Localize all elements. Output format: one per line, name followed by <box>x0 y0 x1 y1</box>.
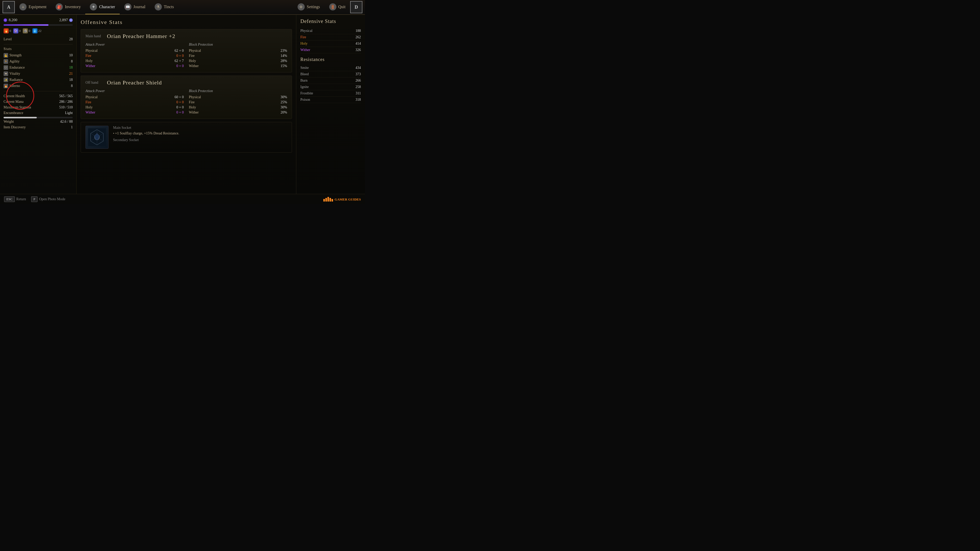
off-hand-attack-label: Attack Power <box>86 89 184 93</box>
main-hand-attack-col: Attack Power Physical 62 + 0 Fire 0 + 0 … <box>86 43 184 68</box>
radiance-label: Radiance <box>10 78 23 82</box>
vitality-icon: ❤ <box>3 71 8 76</box>
off-attack-fire: Fire 0 + 0 <box>86 100 184 105</box>
nav-inventory[interactable]: 🎒 Inventory <box>51 0 85 14</box>
settings-icon: ⚙ <box>298 3 305 11</box>
off-hand-attack-col: Attack Power Physical 60 + 0 Fire 0 + 0 … <box>86 89 184 115</box>
main-attack-fire: Fire 0 + 0 <box>86 53 184 59</box>
consumable-fire-count: 0 <box>10 29 11 33</box>
off-hand-card: Off hand Orian Preacher Shield Attack Po… <box>81 76 292 119</box>
agility-label: Agility <box>10 59 20 64</box>
main-attack-wither: Wither 0 + 0 <box>86 64 184 68</box>
left-corner-key: A <box>3 1 15 13</box>
frostbite-label: Frostbite <box>301 91 313 95</box>
fire-consumable-icon: 🔥 <box>3 28 9 33</box>
consumable-orb: 🔮 0 <box>13 28 21 33</box>
gg-bar-1 <box>323 199 325 202</box>
nav-inventory-label: Inventory <box>65 5 81 9</box>
main-block-wither: Wither 15% <box>189 64 287 68</box>
defensive-holy-value: 414 <box>355 41 361 46</box>
radiance-value: 18 <box>69 78 73 82</box>
bottom-right: GAMER GUIDES <box>323 197 361 202</box>
agility-icon: 🏃 <box>3 59 8 64</box>
gg-bar-2 <box>325 198 327 202</box>
inventory-icon: 🎒 <box>56 3 63 11</box>
off-block-fire: Fire 25% <box>189 100 287 105</box>
nav-character-label: Character <box>99 5 115 9</box>
nav-quit[interactable]: 🚪 Quit <box>325 0 350 14</box>
weapon-thumbnail <box>86 126 108 149</box>
defensive-physical-label: Physical <box>301 29 312 33</box>
blue-consumable-icon: 💧 <box>32 28 38 33</box>
nav-equipment[interactable]: ⚔ Equipment <box>15 0 51 14</box>
encumbrance-row: Encumbrance Light <box>3 110 73 116</box>
gg-bar-3 <box>328 197 329 202</box>
photo-mode-label: Open Photo Mode <box>39 197 65 201</box>
endurance-value: 18 <box>69 65 73 70</box>
weight-circle-indicator <box>6 82 34 110</box>
right-panel: Defensive Stats Physical 188 Fire 262 Ho… <box>296 15 365 194</box>
bottom-bar: ESC Return P Open Photo Mode GAMER GUIDE… <box>0 194 365 204</box>
resistance-bleed-row: Bleed 373 <box>301 71 361 78</box>
nav-character[interactable]: ⚜ Character <box>85 0 119 14</box>
endurance-label: Endurance <box>10 65 25 70</box>
encumbrance-bar-fill <box>3 117 37 118</box>
consumable-blue: 💧 22 <box>32 28 41 33</box>
off-block-wither: Wither 20% <box>189 110 287 115</box>
nav-tincts[interactable]: ⚗ Tincts <box>150 0 178 14</box>
bleed-label: Bleed <box>301 72 309 76</box>
currency-gem-2 <box>69 18 73 22</box>
off-attack-physical: Physical 60 + 0 <box>86 95 184 100</box>
consumables-row: 🔥 0 🔮 0 🪨 0 💧 22 <box>3 28 73 33</box>
consumable-stone: 🪨 0 <box>23 28 30 33</box>
quit-icon: 🚪 <box>329 3 336 11</box>
gg-bars <box>323 197 333 202</box>
nav-journal[interactable]: 📖 Journal <box>120 0 150 14</box>
nav-journal-label: Journal <box>134 5 145 9</box>
main-layout: 8,200 2,897 🔥 0 🔮 0 🪨 0 💧 <box>0 15 365 194</box>
main-hand-weapon-name: Orian Preacher Hammer +2 <box>107 33 175 40</box>
off-hand-block-label: Block Protection <box>189 89 287 93</box>
nav-settings[interactable]: ⚙ Settings <box>293 0 325 14</box>
main-hand-stats: Attack Power Physical 62 + 0 Fire 0 + 0 … <box>86 43 287 68</box>
p-hotkey: P Open Photo Mode <box>31 197 65 202</box>
socket-area: Main Socket • +1 Soulflay charge, +15% D… <box>81 122 292 152</box>
off-block-physical: Physical 30% <box>189 95 287 100</box>
main-socket-label: Main Socket <box>113 126 287 130</box>
max-stamina-value: 510 / 510 <box>59 105 73 110</box>
encumbrance-bar <box>3 117 73 118</box>
main-hand-slot-label: Main hand <box>86 34 103 38</box>
left-panel: 8,200 2,897 🔥 0 🔮 0 🪨 0 💧 <box>0 15 76 194</box>
level-value: 28 <box>69 37 73 41</box>
off-attack-holy: Holy 0 + 0 <box>86 105 184 110</box>
level-label: Level <box>3 37 12 41</box>
strength-row: 💪 Strength 10 <box>3 52 73 59</box>
inferno-icon: 🔥 <box>3 84 8 88</box>
strength-label: Strength <box>10 53 21 57</box>
currency-row: 8,200 2,897 <box>3 18 73 22</box>
main-block-physical: Physical 23% <box>189 48 287 53</box>
return-label: Return <box>16 197 26 201</box>
resistances-title: Resistances <box>301 57 361 62</box>
frostbite-value: 311 <box>356 91 361 95</box>
defensive-fire-label: Fire <box>301 35 306 39</box>
vitality-row: ❤ Vitality 21 <box>3 71 73 77</box>
vitality-value: 21 <box>69 72 73 76</box>
defensive-wither-row: Wither 326 <box>301 47 361 53</box>
consumable-fire: 🔥 0 <box>3 28 11 33</box>
item-discovery-value: 1 <box>71 125 73 129</box>
esc-hotkey: ESC Return <box>4 197 26 202</box>
main-block-fire: Fire 14% <box>189 53 287 59</box>
consumable-stone-count: 0 <box>29 29 30 33</box>
exp-bar-fill <box>3 24 48 26</box>
resistance-smite-row: Smite 434 <box>301 65 361 71</box>
defensive-wither-value: 326 <box>355 48 361 52</box>
endurance-row: 🛡 Endurance 18 <box>3 65 73 71</box>
weight-row: Weight 42.6 / 88 <box>3 119 73 124</box>
main-hand-block-col: Block Protection Physical 23% Fire 14% H… <box>189 43 287 68</box>
defensive-holy-label: Holy <box>301 41 307 46</box>
radiance-icon: ✨ <box>3 78 8 82</box>
currency-gem-1 <box>3 18 7 22</box>
gamer-guides-text: GAMER GUIDES <box>334 197 361 202</box>
nav-tincts-label: Tincts <box>164 5 174 9</box>
